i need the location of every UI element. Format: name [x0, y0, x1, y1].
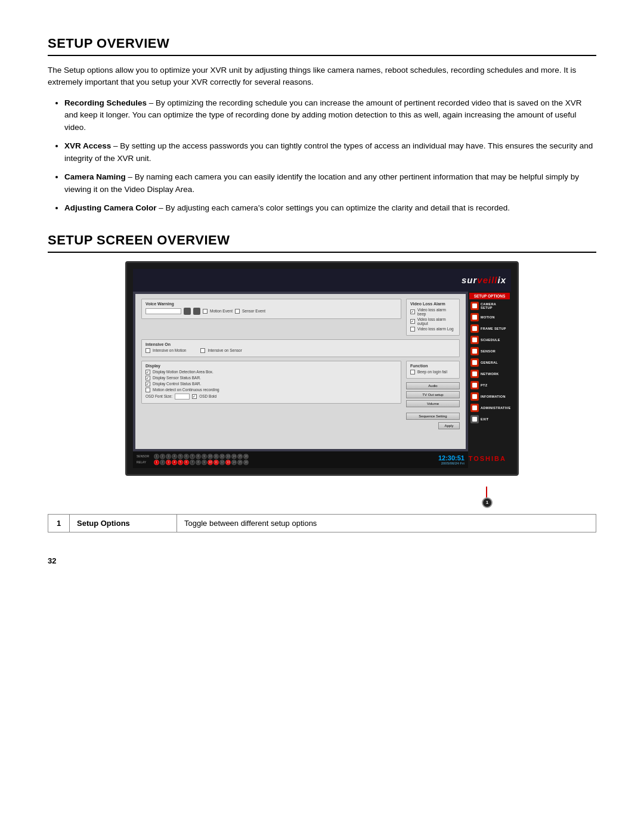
- volume-button[interactable]: Volume: [406, 400, 460, 407]
- sensor-dot-9: 9: [202, 454, 207, 459]
- function-title: Function: [410, 364, 456, 368]
- sidemenu-item-general[interactable]: GENERAL: [469, 357, 510, 368]
- sensor-event-checkbox[interactable]: [235, 309, 240, 314]
- display-sensor-checkbox[interactable]: [145, 376, 150, 380]
- sidemenu-item-exit[interactable]: EXIT: [469, 414, 510, 425]
- sidemenu-item-frame[interactable]: FRAME SETUP: [469, 323, 510, 334]
- schedule-label: SCHEDULE: [481, 338, 500, 342]
- vl-beep-label: Video loss alarm beep: [417, 308, 456, 316]
- bullet-3-text: – By naming each camera you can easily i…: [64, 172, 579, 194]
- motion-icon: [470, 313, 479, 321]
- sidemenu-item-schedule[interactable]: SCHEDULE: [469, 335, 510, 345]
- sidemenu-header: SETUP OPTIONS: [469, 293, 510, 299]
- administrative-icon-shape: [472, 405, 477, 410]
- bottom-row: Display Display Motion Detection Area Bo…: [141, 361, 460, 420]
- beep-login-row: Beep on login fail: [410, 370, 456, 374]
- screenshot-statusbar: SENSOR 1 2 3 4 5 6 7 8 9 10 11 1: [133, 451, 468, 468]
- voice-warning-section: Voice Warning Motion Event Sensor Event: [141, 299, 401, 339]
- sidemenu-item-administrative[interactable]: ADMINISTRATIVE: [469, 402, 510, 413]
- table-row-1: 1 Setup Options Toggle between different…: [48, 514, 596, 532]
- relay-dot-13: 13: [225, 460, 231, 465]
- motion-event-label: Motion Event: [210, 309, 233, 313]
- exit-icon: [470, 415, 479, 423]
- display-motion-label: Display Motion Detection Area Box.: [153, 370, 213, 374]
- camera-icon-shape: [472, 304, 477, 308]
- bullet-item-4: Adjusting Camera Color – By adjusting ea…: [64, 202, 596, 215]
- display-motion-checkbox[interactable]: [145, 370, 150, 374]
- tv-out-setup-button[interactable]: TV Out setup: [406, 391, 460, 398]
- motion-detect-row: Motion detect on Continuous recording: [145, 388, 397, 392]
- sensor-dot-7: 7: [190, 454, 195, 459]
- table-cell-number: 1: [48, 514, 70, 532]
- sequence-setting-spacer: Sequence Setting: [406, 413, 460, 420]
- relay-label: RELAY: [137, 460, 153, 464]
- bullet-item-1: Recording Schedules – By optimizing the …: [64, 97, 596, 135]
- audio-button[interactable]: Audio: [406, 382, 460, 389]
- sidemenu-item-information[interactable]: INFORMATION: [469, 391, 510, 402]
- intensive-on-box: Intensive On Intensive on Motion Intensi…: [141, 339, 460, 357]
- intensive-motion-checkbox[interactable]: [145, 348, 150, 353]
- screenshot-content-area: Voice Warning Motion Event Sensor Event: [135, 294, 466, 449]
- general-label: GENERAL: [481, 361, 498, 364]
- schedule-icon-shape: [472, 337, 477, 342]
- vl-beep-checkbox[interactable]: [410, 309, 415, 314]
- sensor-dot-3: 3: [166, 454, 171, 459]
- relay-dot-15: 15: [237, 460, 243, 465]
- sensor-dot-13: 13: [225, 454, 231, 459]
- relay-dot-7: 7: [190, 460, 195, 465]
- motion-icon-shape: [472, 315, 477, 320]
- sidemenu-item-network[interactable]: NETWORK: [469, 368, 510, 379]
- intensive-sensor-label: Intensive on Sensor: [208, 348, 242, 352]
- osd-select[interactable]: [175, 394, 190, 400]
- display-section: Display Display Motion Detection Area Bo…: [141, 361, 401, 420]
- callout-number-badge: 1: [482, 497, 493, 508]
- screenshot-main-content: Voice Warning Motion Event Sensor Event: [133, 292, 468, 468]
- motion-detect-label: Motion detect on Continuous recording: [153, 388, 219, 392]
- vl-log-checkbox[interactable]: [410, 327, 415, 332]
- sequence-setting-button[interactable]: Sequence Setting: [406, 413, 460, 420]
- voice-warning-input[interactable]: [145, 308, 181, 314]
- sidemenu-item-camera[interactable]: CAMERA SETUP: [469, 301, 510, 311]
- sensor-dot-11: 11: [213, 454, 219, 459]
- top-row: Voice Warning Motion Event Sensor Event: [141, 299, 460, 339]
- sensor-dot-5: 5: [178, 454, 183, 459]
- osd-bold-checkbox[interactable]: [192, 394, 197, 399]
- display-sensor-label: Display Sensor Status BAR.: [153, 376, 201, 380]
- vl-output-checkbox[interactable]: [410, 319, 415, 324]
- date-display: 2005/06/24 Fri: [438, 462, 465, 465]
- video-loss-box: Video Loss Alarm Video loss alarm beep V…: [406, 299, 460, 336]
- bullet-1-bold: Recording Schedules: [64, 98, 147, 107]
- osd-row: OSD Font Size: OSD Bold: [145, 394, 397, 400]
- sidemenu-item-motion[interactable]: MOTION: [469, 312, 510, 323]
- setup-screen-overview-title: SETUP SCREEN OVERVIEW: [48, 233, 596, 253]
- function-box: Function Beep on login fail: [406, 361, 460, 379]
- ptz-icon: [470, 381, 479, 389]
- beep-login-checkbox[interactable]: [410, 370, 415, 374]
- video-loss-section: Video Loss Alarm Video loss alarm beep V…: [406, 299, 460, 339]
- screenshot-topbar: surveillix: [133, 269, 511, 292]
- motion-detect-checkbox[interactable]: [145, 388, 150, 392]
- sidemenu-item-ptz[interactable]: PTZ: [469, 380, 510, 391]
- screenshot-sidemenu: SETUP OPTIONS CAMERA SETUP MOTION: [468, 292, 511, 468]
- relay-dot-16: 16: [243, 460, 249, 465]
- relay-dot-3: 3: [166, 460, 171, 465]
- intensive-sensor-checkbox[interactable]: [200, 348, 205, 353]
- apply-button[interactable]: Apply: [438, 422, 460, 429]
- sensor-dot-4: 4: [172, 454, 177, 459]
- table-cell-name: Setup Options: [70, 514, 177, 532]
- general-icon: [470, 358, 479, 367]
- sensor-dot-1: 1: [154, 454, 159, 459]
- display-box: Display Display Motion Detection Area Bo…: [141, 361, 401, 404]
- setup-screen-overview-section: SETUP SCREEN OVERVIEW surveillix Voice W…: [48, 233, 596, 532]
- sidemenu-item-sensor[interactable]: SENSOR: [469, 346, 510, 357]
- page-number: 32: [48, 556, 596, 565]
- motion-event-checkbox[interactable]: [203, 309, 208, 314]
- voice-warning-icon-1: [184, 308, 191, 315]
- general-icon-shape: [472, 360, 477, 365]
- display-control-checkbox[interactable]: [145, 382, 150, 386]
- network-icon-shape: [472, 371, 477, 376]
- relay-dot-6: 6: [184, 460, 189, 465]
- network-icon: [470, 370, 479, 378]
- vl-output-row: Video loss alarm output: [410, 317, 456, 326]
- sensor-row: SENSOR 1 2 3 4 5 6 7 8 9 10 11 1: [137, 454, 249, 459]
